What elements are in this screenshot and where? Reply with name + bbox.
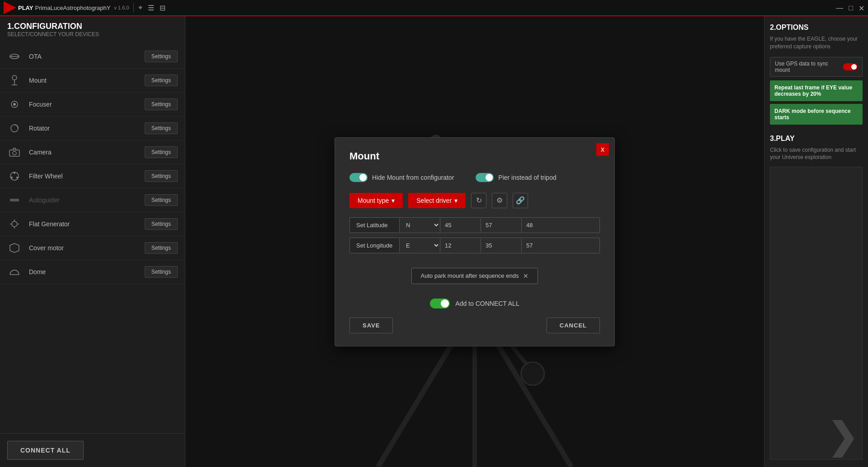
longitude-degrees-input[interactable] [440, 238, 481, 252]
sidebar: 1.CONFIGURATION SELECT/CONNECT YOUR DEVI… [0, 16, 185, 467]
sidebar-items: OTA Settings Mount Settings Focuser Sett… [0, 41, 185, 433]
main-layout: 1.CONFIGURATION SELECT/CONNECT YOUR DEVI… [0, 16, 868, 467]
driver-btn-row: Mount type ▾ Select driver ▾ ↻ ⚙ 🔗 [349, 193, 600, 208]
add-connect-toggle[interactable] [430, 299, 450, 308]
longitude-row: Set Longitude E W [349, 238, 600, 253]
flat-generator-settings-button[interactable]: Settings [145, 218, 178, 230]
cover-motor-settings-button[interactable]: Settings [145, 242, 178, 254]
cover-motor-label: Cover motor [29, 244, 137, 252]
save-icon[interactable]: ⊟ [160, 4, 165, 12]
hide-mount-toggle-item: Hide Mount from configurator [349, 173, 454, 182]
titlebar: PLAY PrimaLuceAstrophotographY v 1.6.0 ⌖… [0, 0, 868, 16]
menu-icon[interactable]: ☰ [148, 4, 154, 12]
sidebar-item-flat-generator: Flat Generator Settings [0, 212, 185, 236]
window-controls: — □ ✕ [836, 0, 864, 16]
ota-label: OTA [29, 53, 137, 60]
pier-label: Pier instead of tripod [498, 174, 556, 181]
dark-mode-option-label: DARK mode before sequence starts [774, 108, 851, 121]
dome-settings-button[interactable]: Settings [145, 266, 178, 278]
save-button[interactable]: SAVE [349, 318, 393, 333]
latitude-label: Set Latitude [350, 218, 400, 232]
autoguider-icon [7, 193, 22, 207]
right-panel: 2.OPTIONS If you have the EAGLE, choose … [764, 16, 868, 467]
svg-rect-14 [10, 199, 19, 201]
sidebar-item-ota: OTA Settings [0, 45, 185, 69]
link-button[interactable]: 🔗 [513, 193, 528, 208]
modal-toggle-row: Hide Mount from configurator Pier instea… [349, 173, 600, 182]
titlebar-separator [133, 3, 134, 12]
latitude-seconds-input[interactable] [522, 218, 562, 232]
ota-icon [7, 49, 22, 64]
titlebar-actions: ⌖ ☰ ⊟ [138, 4, 165, 12]
filter-wheel-label: Filter Wheel [29, 173, 137, 180]
focuser-settings-button[interactable]: Settings [145, 98, 178, 110]
mount-type-button[interactable]: Mount type ▾ [349, 193, 403, 208]
sidebar-item-mount: Mount Settings [0, 69, 185, 93]
gps-toggle[interactable] [843, 63, 858, 70]
svg-point-12 [16, 177, 18, 178]
modal-title: Mount [349, 150, 600, 162]
auto-park-button[interactable]: Auto park mount after sequence ends ✕ [411, 268, 538, 284]
camera-settings-button[interactable]: Settings [145, 146, 178, 158]
pier-toggle[interactable] [476, 173, 494, 182]
maximize-button[interactable]: □ [849, 4, 853, 12]
latitude-degrees-input[interactable] [440, 218, 481, 232]
svg-point-2 [12, 75, 17, 80]
camera-label: Camera [29, 149, 137, 156]
hide-mount-toggle[interactable] [349, 173, 368, 182]
app-version: v 1.6.0 [114, 5, 129, 10]
svg-point-6 [13, 103, 16, 106]
sidebar-item-rotator: Rotator Settings [0, 117, 185, 140]
auto-park-close-icon: ✕ [523, 272, 528, 280]
dark-mode-option[interactable]: DARK mode before sequence starts [770, 104, 863, 125]
select-driver-button[interactable]: Select driver ▾ [408, 193, 466, 208]
mount-modal: Mount x Hide Mount from configurator Pie… [335, 137, 615, 346]
center-area: Mount x Hide Mount from configurator Pie… [185, 16, 764, 467]
modal-close-button[interactable]: x [596, 143, 609, 156]
minimize-button[interactable]: — [836, 4, 843, 12]
longitude-minutes-input[interactable] [481, 238, 522, 252]
filter-wheel-icon [7, 169, 22, 183]
svg-point-13 [11, 177, 13, 178]
sidebar-item-autoguider: Autoguider Settings [0, 188, 185, 212]
longitude-direction-select[interactable]: E W [400, 238, 440, 253]
settings-gear-button[interactable]: ⚙ [492, 193, 507, 208]
app-logo: PLAY PrimaLuceAstrophotographY [4, 1, 110, 14]
sidebar-item-dome: Dome Settings [0, 260, 185, 284]
connect-all-button[interactable]: CONNECT ALL [7, 441, 84, 460]
ota-settings-button[interactable]: Settings [145, 51, 178, 62]
gps-option: Use GPS data to sync mount [770, 57, 863, 77]
modal-footer: SAVE CANCEL [349, 318, 600, 333]
app-brand: PLAY [18, 5, 33, 11]
sidebar-title: 1.CONFIGURATION [7, 22, 178, 31]
longitude-seconds-input[interactable] [522, 238, 562, 252]
sidebar-item-camera: Camera Settings [0, 140, 185, 164]
sidebar-item-filter-wheel: Filter Wheel Settings [0, 164, 185, 188]
sidebar-header: 1.CONFIGURATION SELECT/CONNECT YOUR DEVI… [0, 16, 185, 41]
rotator-settings-button[interactable]: Settings [145, 122, 178, 134]
rotator-icon [7, 121, 22, 135]
auto-park-label: Auto park mount after sequence ends [421, 272, 519, 279]
longitude-label: Set Longitude [350, 238, 400, 252]
svg-rect-8 [9, 150, 19, 156]
filter-wheel-settings-button[interactable]: Settings [145, 170, 178, 182]
sidebar-item-cover-motor: Cover motor Settings [0, 236, 185, 260]
latitude-minutes-input[interactable] [481, 218, 522, 232]
mount-icon [7, 73, 22, 88]
focuser-label: Focuser [29, 101, 137, 108]
cursor-icon[interactable]: ⌖ [138, 4, 142, 12]
cover-motor-icon [7, 241, 22, 255]
close-button[interactable]: ✕ [859, 4, 864, 13]
mount-settings-button[interactable]: Settings [145, 75, 178, 86]
sidebar-footer: CONNECT ALL [0, 433, 185, 467]
cancel-button[interactable]: CANCEL [547, 318, 600, 333]
flat-generator-label: Flat Generator [29, 220, 137, 228]
latitude-row: Set Latitude N S [349, 217, 600, 233]
repeat-option[interactable]: Repeat last frame if EYE value decreases… [770, 80, 863, 101]
autoguider-settings-button[interactable]: Settings [145, 194, 178, 206]
sidebar-item-focuser: Focuser Settings [0, 93, 185, 117]
latitude-direction-select[interactable]: N S [400, 218, 440, 233]
play-area[interactable]: ❯ [770, 167, 863, 460]
svg-point-15 [12, 221, 17, 227]
refresh-button[interactable]: ↻ [471, 193, 486, 208]
